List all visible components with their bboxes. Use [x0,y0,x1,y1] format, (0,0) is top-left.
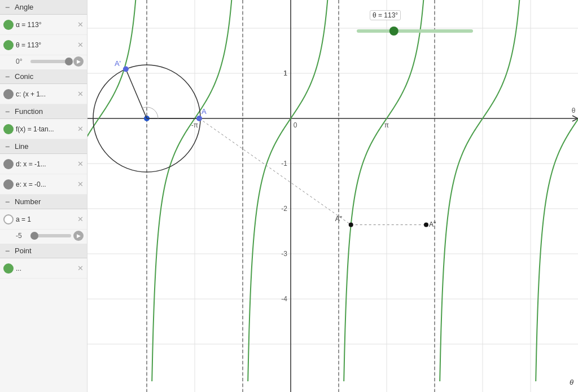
theta-dot[interactable] [3,40,14,50]
collapse-conic-icon: − [3,73,11,81]
a-dot[interactable] [3,214,14,224]
section-function-label: Function [15,107,43,116]
collapse-number-icon: − [3,198,11,206]
item-c: c: (x + 1... ✕ [0,84,87,104]
collapse-function-icon: − [3,108,11,116]
alpha-text: α = 113° [16,21,75,29]
a-slider-thumb[interactable] [30,232,38,240]
collapse-angle-icon: − [3,3,11,11]
item-alpha: α = 113° ✕ [0,15,87,35]
theta-slider[interactable] [30,60,71,63]
section-conic-label: Conic [15,72,33,81]
alpha-close[interactable]: ✕ [77,20,84,29]
section-angle[interactable]: − Angle [0,0,87,15]
section-number[interactable]: − Number [0,195,87,209]
a-slider-label: -5 [16,232,28,240]
e-close[interactable]: ✕ [77,180,84,188]
a-text: a = 1 [16,215,75,223]
theta-axis-label: θ [570,378,573,386]
theta-play-button[interactable]: ▶ [73,56,84,67]
theta-annotation: θ = 113° [370,10,401,20]
point1-dot[interactable] [3,263,14,274]
section-point-label: Point [15,246,32,255]
e-text: e: x = -0... [16,180,75,188]
theta-slider-label: 0° [16,58,28,65]
a-play-button[interactable]: ▶ [73,231,84,241]
graph-canvas[interactable] [87,0,578,392]
c-text: c: (x + 1... [16,90,75,98]
a-slider[interactable] [30,234,71,237]
item-fx: f(x) = 1·tan... ✕ [0,119,87,139]
point1-close[interactable]: ✕ [77,264,84,272]
section-point[interactable]: − Point [0,244,87,258]
fx-text: f(x) = 1·tan... [16,125,75,133]
d-dot[interactable] [3,159,14,169]
item-point1: ... ✕ [0,258,87,279]
section-line-label: Line [15,142,29,151]
theta-text: θ = 113° [16,41,75,49]
theta-close[interactable]: ✕ [77,41,84,49]
a-slider-row: -5 ▶ [0,230,87,244]
section-number-label: Number [15,197,41,206]
d-close[interactable]: ✕ [77,160,84,168]
point1-text: ... [16,265,75,272]
alpha-dot[interactable] [3,20,14,30]
item-a: a = 1 ✕ [0,209,87,230]
sidebar: − Angle α = 113° ✕ θ = 113° ✕ 0° ▶ − Con… [0,0,87,392]
section-line[interactable]: − Line [0,139,87,154]
section-function[interactable]: − Function [0,104,87,119]
section-conic[interactable]: − Conic [0,69,87,84]
theta-slider-thumb[interactable] [65,58,73,65]
d-text: d: x = -1... [16,160,75,168]
collapse-line-icon: − [3,143,11,151]
fx-dot[interactable] [3,124,14,134]
section-angle-label: Angle [15,3,33,11]
canvas-area[interactable]: θ = 113° θ [87,0,578,392]
item-theta: θ = 113° ✕ [0,35,87,55]
e-dot[interactable] [3,179,14,190]
collapse-point-icon: − [3,247,11,255]
item-d: d: x = -1... ✕ [0,154,87,174]
item-e: e: x = -0... ✕ [0,174,87,195]
theta-slider-row: 0° ▶ [0,55,87,69]
a-close[interactable]: ✕ [77,215,84,223]
c-dot[interactable] [3,89,14,99]
fx-close[interactable]: ✕ [77,125,84,133]
c-close[interactable]: ✕ [77,90,84,98]
